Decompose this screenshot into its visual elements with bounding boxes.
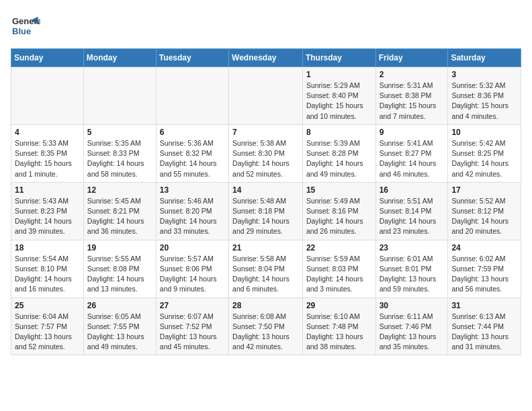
calendar-cell: 11Sunrise: 5:43 AMSunset: 8:23 PMDayligh… — [11, 182, 84, 240]
calendar-cell: 15Sunrise: 5:49 AMSunset: 8:16 PMDayligh… — [302, 182, 375, 240]
calendar-cell: 8Sunrise: 5:39 AMSunset: 8:28 PMDaylight… — [302, 124, 375, 182]
day-info: Sunrise: 5:35 AMSunset: 8:33 PMDaylight:… — [87, 138, 152, 179]
day-header-friday: Friday — [375, 49, 448, 67]
day-number: 19 — [87, 243, 152, 253]
calendar-cell: 20Sunrise: 5:57 AMSunset: 8:06 PMDayligh… — [156, 240, 228, 298]
calendar-cell: 2Sunrise: 5:31 AMSunset: 8:38 PMDaylight… — [375, 67, 448, 125]
day-number: 13 — [160, 185, 225, 195]
logo-icon: General Blue — [11, 11, 40, 40]
day-info: Sunrise: 6:04 AMSunset: 7:57 PMDaylight:… — [15, 312, 80, 353]
calendar-cell: 27Sunrise: 6:07 AMSunset: 7:52 PMDayligh… — [156, 298, 228, 355]
day-info: Sunrise: 5:49 AMSunset: 8:16 PMDaylight:… — [306, 196, 372, 237]
logo: General Blue — [11, 11, 40, 40]
calendar-cell: 22Sunrise: 5:59 AMSunset: 8:03 PMDayligh… — [302, 240, 375, 298]
calendar-week-1: 1Sunrise: 5:29 AMSunset: 8:40 PMDaylight… — [11, 67, 521, 125]
day-info: Sunrise: 6:02 AMSunset: 7:59 PMDaylight:… — [451, 254, 517, 295]
day-info: Sunrise: 5:57 AMSunset: 8:06 PMDaylight:… — [160, 254, 225, 295]
calendar-cell: 21Sunrise: 5:58 AMSunset: 8:04 PMDayligh… — [229, 240, 303, 298]
day-info: Sunrise: 5:51 AMSunset: 8:14 PMDaylight:… — [380, 196, 445, 237]
day-number: 23 — [380, 243, 445, 253]
day-info: Sunrise: 5:54 AMSunset: 8:10 PMDaylight:… — [15, 254, 80, 295]
calendar-cell: 23Sunrise: 6:01 AMSunset: 8:01 PMDayligh… — [375, 240, 448, 298]
calendar-cell: 5Sunrise: 5:35 AMSunset: 8:33 PMDaylight… — [83, 124, 156, 182]
calendar-cell — [229, 67, 303, 125]
page-header: General Blue — [11, 11, 521, 40]
calendar-cell: 7Sunrise: 5:38 AMSunset: 8:30 PMDaylight… — [229, 124, 303, 182]
day-number: 28 — [232, 301, 299, 310]
day-number: 15 — [306, 185, 372, 195]
day-info: Sunrise: 6:10 AMSunset: 7:48 PMDaylight:… — [306, 312, 372, 353]
day-number: 4 — [15, 128, 80, 137]
day-info: Sunrise: 6:13 AMSunset: 7:44 PMDaylight:… — [451, 312, 517, 353]
day-number: 8 — [306, 128, 372, 137]
day-number: 3 — [451, 70, 517, 79]
day-number: 6 — [160, 128, 225, 137]
day-number: 16 — [380, 185, 445, 195]
calendar-body: 1Sunrise: 5:29 AMSunset: 8:40 PMDaylight… — [11, 67, 521, 355]
day-number: 12 — [87, 185, 152, 195]
calendar-cell: 10Sunrise: 5:42 AMSunset: 8:25 PMDayligh… — [448, 124, 521, 182]
day-info: Sunrise: 5:59 AMSunset: 8:03 PMDaylight:… — [306, 254, 372, 295]
day-number: 10 — [451, 128, 517, 137]
day-number: 20 — [160, 243, 225, 253]
day-header-wednesday: Wednesday — [229, 49, 303, 67]
day-number: 22 — [306, 243, 372, 253]
day-number: 17 — [451, 185, 517, 195]
day-info: Sunrise: 5:31 AMSunset: 8:38 PMDaylight:… — [380, 81, 445, 122]
day-info: Sunrise: 5:43 AMSunset: 8:23 PMDaylight:… — [15, 196, 80, 237]
calendar-cell: 18Sunrise: 5:54 AMSunset: 8:10 PMDayligh… — [11, 240, 84, 298]
calendar-week-5: 25Sunrise: 6:04 AMSunset: 7:57 PMDayligh… — [11, 298, 521, 355]
day-number: 1 — [306, 70, 372, 79]
day-info: Sunrise: 5:36 AMSunset: 8:32 PMDaylight:… — [160, 138, 225, 179]
calendar-cell: 26Sunrise: 6:05 AMSunset: 7:55 PMDayligh… — [83, 298, 156, 355]
day-info: Sunrise: 5:29 AMSunset: 8:40 PMDaylight:… — [306, 81, 372, 122]
day-number: 27 — [160, 301, 225, 310]
day-info: Sunrise: 6:07 AMSunset: 7:52 PMDaylight:… — [160, 312, 225, 353]
days-of-week-row: SundayMondayTuesdayWednesdayThursdayFrid… — [11, 49, 521, 67]
calendar-header: SundayMondayTuesdayWednesdayThursdayFrid… — [11, 49, 521, 67]
day-info: Sunrise: 5:38 AMSunset: 8:30 PMDaylight:… — [232, 138, 299, 179]
calendar-cell: 31Sunrise: 6:13 AMSunset: 7:44 PMDayligh… — [448, 298, 521, 355]
day-header-thursday: Thursday — [302, 49, 375, 67]
day-info: Sunrise: 5:41 AMSunset: 8:27 PMDaylight:… — [380, 138, 445, 179]
calendar-cell: 16Sunrise: 5:51 AMSunset: 8:14 PMDayligh… — [375, 182, 448, 240]
day-number: 2 — [380, 70, 445, 79]
day-header-saturday: Saturday — [448, 49, 521, 67]
day-info: Sunrise: 5:55 AMSunset: 8:08 PMDaylight:… — [87, 254, 152, 295]
calendar-week-4: 18Sunrise: 5:54 AMSunset: 8:10 PMDayligh… — [11, 240, 521, 298]
calendar-cell: 30Sunrise: 6:11 AMSunset: 7:46 PMDayligh… — [375, 298, 448, 355]
calendar-cell: 19Sunrise: 5:55 AMSunset: 8:08 PMDayligh… — [83, 240, 156, 298]
day-number: 21 — [232, 243, 299, 253]
day-number: 14 — [232, 185, 299, 195]
day-info: Sunrise: 6:11 AMSunset: 7:46 PMDaylight:… — [380, 312, 445, 353]
calendar-cell: 14Sunrise: 5:48 AMSunset: 8:18 PMDayligh… — [229, 182, 303, 240]
calendar-week-2: 4Sunrise: 5:33 AMSunset: 8:35 PMDaylight… — [11, 124, 521, 182]
day-number: 11 — [15, 185, 80, 195]
calendar-cell: 29Sunrise: 6:10 AMSunset: 7:48 PMDayligh… — [302, 298, 375, 355]
day-number: 18 — [15, 243, 80, 253]
day-info: Sunrise: 5:58 AMSunset: 8:04 PMDaylight:… — [232, 254, 299, 295]
day-number: 25 — [15, 301, 80, 310]
day-info: Sunrise: 5:32 AMSunset: 8:36 PMDaylight:… — [451, 81, 517, 122]
day-info: Sunrise: 6:08 AMSunset: 7:50 PMDaylight:… — [232, 312, 299, 353]
calendar-cell: 3Sunrise: 5:32 AMSunset: 8:36 PMDaylight… — [448, 67, 521, 125]
calendar-cell: 6Sunrise: 5:36 AMSunset: 8:32 PMDaylight… — [156, 124, 228, 182]
calendar-cell: 17Sunrise: 5:52 AMSunset: 8:12 PMDayligh… — [448, 182, 521, 240]
calendar-table: SundayMondayTuesdayWednesdayThursdayFrid… — [11, 48, 521, 355]
calendar-cell — [156, 67, 228, 125]
day-info: Sunrise: 5:46 AMSunset: 8:20 PMDaylight:… — [160, 196, 225, 237]
day-number: 26 — [87, 301, 152, 310]
day-info: Sunrise: 5:39 AMSunset: 8:28 PMDaylight:… — [306, 138, 372, 179]
calendar-cell: 24Sunrise: 6:02 AMSunset: 7:59 PMDayligh… — [448, 240, 521, 298]
day-info: Sunrise: 5:52 AMSunset: 8:12 PMDaylight:… — [451, 196, 517, 237]
day-info: Sunrise: 5:33 AMSunset: 8:35 PMDaylight:… — [15, 138, 80, 179]
calendar-cell: 28Sunrise: 6:08 AMSunset: 7:50 PMDayligh… — [229, 298, 303, 355]
day-number: 9 — [380, 128, 445, 137]
calendar-week-3: 11Sunrise: 5:43 AMSunset: 8:23 PMDayligh… — [11, 182, 521, 240]
calendar-cell — [83, 67, 156, 125]
day-header-monday: Monday — [83, 49, 156, 67]
day-number: 5 — [87, 128, 152, 137]
day-info: Sunrise: 5:45 AMSunset: 8:21 PMDaylight:… — [87, 196, 152, 237]
calendar-cell: 25Sunrise: 6:04 AMSunset: 7:57 PMDayligh… — [11, 298, 84, 355]
calendar-cell: 1Sunrise: 5:29 AMSunset: 8:40 PMDaylight… — [302, 67, 375, 125]
